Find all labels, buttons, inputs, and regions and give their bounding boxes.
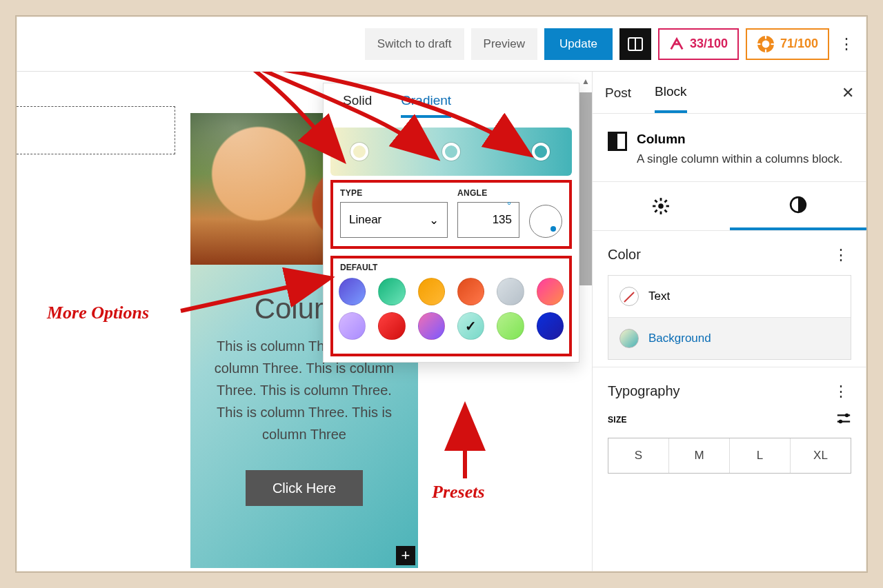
svg-line-16 (665, 200, 667, 202)
svg-point-8 (658, 203, 664, 209)
type-label: TYPE (340, 188, 448, 198)
color-text-row[interactable]: Text (608, 276, 851, 317)
gradient-presets: DEFAULT (330, 256, 572, 356)
svg-line-14 (665, 210, 667, 212)
preset-swatch[interactable] (378, 312, 405, 340)
performance-score-button[interactable]: 71/100 (746, 28, 829, 60)
gradient-controls: TYPE Linear ⌄ ANGLE ° (330, 180, 572, 249)
preview-button[interactable]: Preview (471, 28, 537, 60)
block-title: Column (637, 132, 843, 147)
svg-line-15 (655, 210, 657, 212)
color-text-label: Text (648, 290, 670, 303)
preset-swatch[interactable] (339, 312, 366, 340)
performance-score-value: 71/100 (780, 37, 818, 51)
preset-swatch[interactable] (457, 278, 484, 305)
gradient-type-value: Linear (349, 213, 381, 227)
styles-tab[interactable] (730, 182, 867, 230)
angle-dial[interactable] (529, 205, 562, 238)
size-option-s[interactable]: S (608, 438, 668, 473)
preset-swatch[interactable] (418, 278, 445, 305)
gradient-stop-2[interactable] (442, 143, 460, 161)
tab-post[interactable]: Post (605, 85, 631, 112)
annotation-presets: Presets (432, 482, 485, 503)
degree-unit: ° (507, 199, 511, 211)
column-icon (608, 132, 627, 151)
seo-score-value: 33/100 (690, 37, 728, 51)
preset-swatch[interactable] (497, 312, 524, 340)
switch-to-draft-button[interactable]: Switch to draft (365, 28, 464, 60)
color-panel-menu[interactable]: ⋮ (831, 246, 851, 264)
tab-gradient[interactable]: Gradient (401, 93, 451, 118)
svg-point-21 (839, 420, 843, 424)
tab-solid[interactable]: Solid (343, 93, 372, 118)
size-option-m[interactable]: M (668, 438, 729, 473)
tab-block[interactable]: Block (655, 84, 686, 113)
gear-badge-icon (757, 35, 775, 53)
contrast-icon (789, 196, 807, 214)
typography-panel-title: Typography (608, 383, 680, 399)
scrollbar[interactable] (579, 92, 592, 285)
text-color-swatch (619, 287, 639, 306)
preset-swatch[interactable] (497, 278, 524, 305)
click-here-button[interactable]: Click Here (246, 470, 363, 506)
preset-swatch[interactable] (457, 312, 484, 340)
background-color-swatch (619, 329, 639, 348)
gradient-stop-1[interactable] (350, 143, 368, 161)
gradient-stop-3[interactable] (532, 143, 550, 161)
svg-line-13 (655, 200, 657, 202)
color-background-row[interactable]: Background (608, 317, 851, 359)
block-description: A single column within a columns block. (637, 151, 843, 168)
size-option-xl[interactable]: XL (790, 438, 851, 473)
update-button[interactable]: Update (544, 28, 613, 60)
svg-point-3 (762, 40, 770, 48)
gear-icon (652, 197, 670, 215)
add-block-button[interactable]: + (396, 546, 415, 565)
preset-swatch[interactable] (418, 312, 445, 340)
svg-point-20 (845, 413, 849, 417)
color-gradient-popover: Solid Gradient TYPE Linear ⌄ (323, 83, 579, 363)
gradient-preview[interactable] (330, 128, 572, 176)
chevron-down-icon: ⌄ (429, 213, 439, 227)
default-label: DEFAULT (340, 263, 564, 272)
view-toggle-button[interactable] (619, 28, 651, 60)
gradient-type-select[interactable]: Linear ⌄ (340, 202, 448, 238)
seo-score-icon (669, 37, 684, 52)
typography-panel-menu[interactable]: ⋮ (831, 383, 851, 401)
color-panel-title: Color (608, 247, 641, 263)
angle-label: ANGLE (457, 188, 519, 198)
preset-swatch[interactable] (537, 278, 564, 305)
preset-swatch[interactable] (339, 278, 366, 305)
preset-swatch[interactable] (378, 278, 405, 305)
settings-tab[interactable] (593, 182, 730, 230)
empty-block-placeholder[interactable] (17, 106, 175, 154)
annotation-more-options: More Options (47, 303, 149, 323)
close-sidebar-button[interactable]: ✕ (842, 84, 854, 113)
seo-score-button[interactable]: 33/100 (658, 28, 739, 60)
preset-swatch[interactable] (537, 312, 564, 340)
size-label: SIZE (608, 415, 627, 425)
columns-icon (627, 36, 644, 52)
sliders-icon[interactable] (836, 412, 851, 428)
scroll-up-arrow-icon[interactable]: ▲ (579, 74, 592, 89)
size-selector: SMLXL (608, 438, 851, 474)
color-bg-label: Background (648, 332, 711, 345)
size-option-l[interactable]: L (729, 438, 790, 473)
more-menu-button[interactable]: ⋮ (836, 35, 857, 53)
